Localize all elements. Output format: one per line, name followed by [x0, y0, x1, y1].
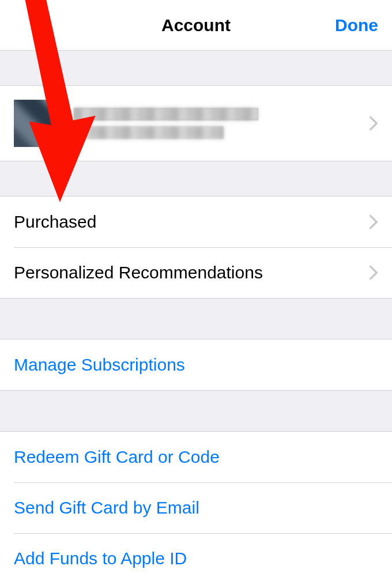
- send-gift-row[interactable]: Send Gift Card by Email: [0, 482, 392, 533]
- section-gap: [0, 299, 392, 339]
- send-gift-label: Send Gift Card by Email: [14, 498, 378, 518]
- done-button[interactable]: Done: [335, 16, 378, 35]
- redeem-row[interactable]: Redeem Gift Card or Code: [0, 432, 392, 482]
- add-funds-label: Add Funds to Apple ID: [14, 549, 378, 568]
- purchased-row[interactable]: Purchased: [0, 197, 392, 247]
- purchased-label: Purchased: [14, 212, 362, 232]
- profile-section: [0, 85, 392, 161]
- payments-section: Redeem Gift Card or Code Send Gift Card …: [0, 431, 392, 581]
- section-gap: [0, 51, 392, 85]
- subscriptions-section: Manage Subscriptions: [0, 339, 392, 391]
- add-funds-row[interactable]: Add Funds to Apple ID: [0, 533, 392, 581]
- chevron-right-icon: [369, 115, 378, 131]
- recommendations-row[interactable]: Personalized Recommendations: [0, 247, 392, 298]
- header-bar: Account Done: [0, 0, 392, 51]
- page-title: Account: [161, 16, 231, 35]
- chevron-right-icon: [369, 265, 378, 281]
- chevron-right-icon: [369, 214, 378, 230]
- account-options-section: Purchased Personalized Recommendations: [0, 196, 392, 299]
- manage-subscriptions-row[interactable]: Manage Subscriptions: [0, 339, 392, 390]
- profile-row[interactable]: [0, 86, 392, 161]
- section-gap: [0, 391, 392, 431]
- section-gap: [0, 161, 392, 196]
- profile-text: [74, 108, 362, 139]
- redeem-label: Redeem Gift Card or Code: [14, 447, 378, 467]
- recommendations-label: Personalized Recommendations: [14, 263, 362, 282]
- profile-name-redacted: [74, 108, 258, 120]
- avatar: [14, 100, 61, 147]
- profile-email-redacted: [74, 126, 224, 139]
- manage-subscriptions-label: Manage Subscriptions: [14, 355, 378, 375]
